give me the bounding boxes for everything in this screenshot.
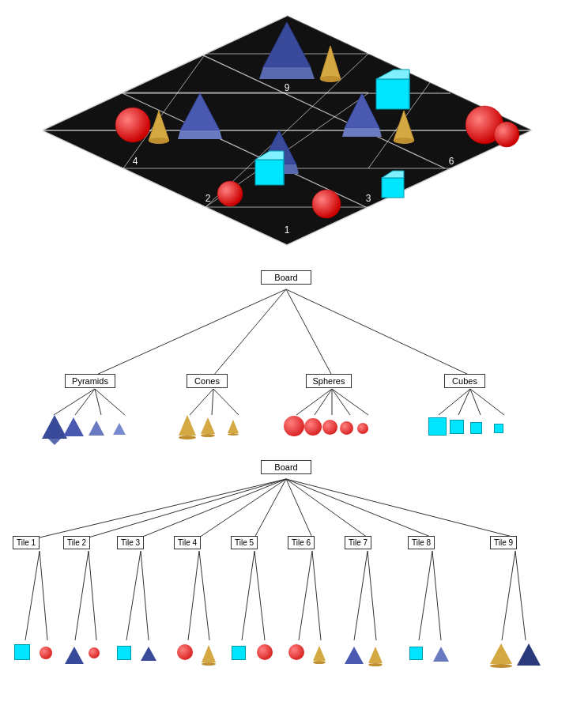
svg-line-72 xyxy=(254,479,286,538)
svg-point-36 xyxy=(217,181,243,206)
tree-diagram-2: Board Tile 1 Tile 2 Tile 3 Tile 4 Tile 5… xyxy=(0,451,573,723)
svg-rect-43 xyxy=(255,160,284,185)
tree2-t2-sphere xyxy=(89,647,100,658)
svg-line-76 xyxy=(286,479,515,538)
tree2-t6-sphere xyxy=(288,644,304,660)
tile-label-2: 2 xyxy=(205,193,210,204)
tile-label-9: 9 xyxy=(284,82,289,93)
svg-line-79 xyxy=(75,551,89,640)
tree1-board-node: Board xyxy=(261,270,311,285)
svg-marker-22 xyxy=(259,67,315,79)
svg-line-80 xyxy=(89,551,96,640)
tree2-t5-sphere xyxy=(257,644,273,660)
tree2-t9-pyramid1 xyxy=(490,643,512,668)
svg-line-57 xyxy=(212,389,213,415)
tree2-t4-sphere xyxy=(177,644,193,660)
tree2-tile9-node: Tile 9 xyxy=(490,536,517,549)
svg-line-84 xyxy=(199,551,209,640)
tree1-cones-node: Cones xyxy=(187,374,228,388)
tree2-t4-cone xyxy=(202,645,216,666)
tree1-sphere-4 xyxy=(340,421,353,435)
svg-line-93 xyxy=(502,551,515,640)
tree2-tile8-node: Tile 8 xyxy=(408,536,435,549)
svg-point-30 xyxy=(320,76,341,82)
tree2-t5-cube xyxy=(232,646,246,660)
tree2-t3-pyramid xyxy=(141,647,156,661)
tree2-t9-pyramid2 xyxy=(517,643,541,666)
tree1-pyramid-2 xyxy=(63,417,84,436)
tree1-pyramid-3 xyxy=(89,421,104,436)
tree1-sphere-3 xyxy=(322,420,337,435)
tree1-sphere-1 xyxy=(284,416,304,436)
tree2-svg xyxy=(0,451,573,723)
svg-line-83 xyxy=(188,551,199,640)
svg-line-81 xyxy=(126,551,141,640)
tile-label-1: 1 xyxy=(284,224,289,236)
tree2-tile6-node: Tile 6 xyxy=(288,536,315,549)
tree2-t7-cone xyxy=(368,647,383,666)
svg-line-48 xyxy=(95,289,286,375)
svg-line-53 xyxy=(75,389,95,415)
svg-point-39 xyxy=(494,122,519,147)
svg-line-94 xyxy=(515,551,526,640)
tree2-t1-sphere xyxy=(40,647,52,659)
svg-line-85 xyxy=(242,551,254,640)
svg-line-77 xyxy=(25,551,40,640)
svg-line-71 xyxy=(199,479,286,538)
tree2-t1-cube xyxy=(14,644,30,660)
tree2-tile3-node: Tile 3 xyxy=(117,536,144,549)
tree2-tile4-node: Tile 4 xyxy=(174,536,201,549)
svg-rect-40 xyxy=(376,79,409,109)
tree2-t8-cube xyxy=(409,647,423,660)
svg-line-54 xyxy=(95,389,101,415)
tree1-cone-3 xyxy=(228,420,239,436)
svg-line-63 xyxy=(332,389,368,415)
tree2-t2-pyramid xyxy=(65,647,84,664)
svg-line-78 xyxy=(40,551,47,640)
tree2-t3-cube xyxy=(117,646,131,660)
svg-line-74 xyxy=(286,479,368,538)
svg-line-52 xyxy=(54,389,95,415)
tree2-t8-pyramid xyxy=(433,647,449,662)
tree1-sphere-5 xyxy=(357,423,368,434)
tree1-spheres-node: Spheres xyxy=(306,374,352,388)
svg-line-58 xyxy=(213,389,239,415)
svg-line-55 xyxy=(95,389,125,415)
svg-marker-28 xyxy=(342,128,382,137)
svg-line-56 xyxy=(190,389,213,415)
tile-label-4: 4 xyxy=(132,156,138,167)
tree2-tile7-node: Tile 7 xyxy=(345,536,371,549)
tree1-cube-1 xyxy=(428,417,447,436)
svg-line-92 xyxy=(432,551,441,640)
svg-line-88 xyxy=(312,551,321,640)
tree1-sphere-2 xyxy=(304,418,322,436)
tree-diagram-1: Board Pyramids Cones Spheres Cubes xyxy=(0,261,573,451)
svg-line-64 xyxy=(439,389,470,415)
tree2-board-node: Board xyxy=(261,460,311,474)
svg-marker-24 xyxy=(178,130,222,139)
tile-label-6: 6 xyxy=(448,156,454,167)
tree1-cube-4 xyxy=(494,424,503,433)
tree1-cube-2 xyxy=(450,420,464,434)
svg-line-51 xyxy=(286,289,470,375)
svg-line-69 xyxy=(89,479,286,538)
tree2-tile2-node: Tile 2 xyxy=(63,536,90,549)
svg-line-50 xyxy=(286,289,332,375)
tree2-tile5-node: Tile 5 xyxy=(231,536,258,549)
svg-point-35 xyxy=(115,108,150,142)
svg-point-37 xyxy=(312,190,341,218)
tree2-t7-pyramid xyxy=(345,647,364,664)
svg-line-65 xyxy=(458,389,470,415)
svg-line-91 xyxy=(419,551,432,640)
svg-rect-46 xyxy=(382,178,404,198)
svg-line-82 xyxy=(141,551,149,640)
svg-line-60 xyxy=(315,389,332,415)
tree2-t6-cone xyxy=(313,646,326,664)
svg-line-49 xyxy=(213,289,286,375)
tree1-pyramids-node: Pyramids xyxy=(65,374,115,388)
svg-line-62 xyxy=(332,389,350,415)
svg-line-86 xyxy=(254,551,265,640)
tree1-pyramid-4 xyxy=(113,423,126,435)
svg-point-34 xyxy=(394,138,414,144)
svg-point-32 xyxy=(149,138,169,144)
